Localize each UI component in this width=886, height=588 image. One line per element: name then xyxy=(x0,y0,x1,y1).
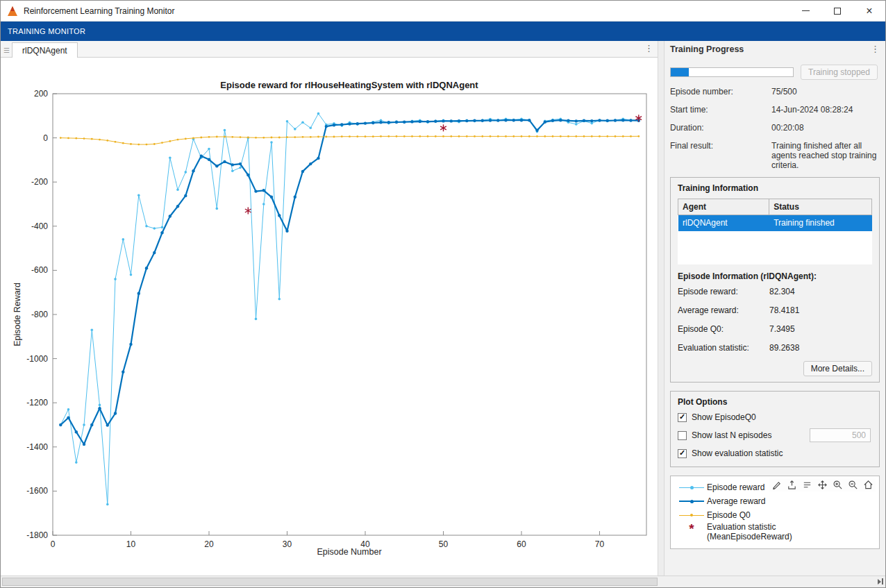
field-value: 14-Jun-2024 08:28:24 xyxy=(771,105,880,115)
checkbox-icon[interactable] xyxy=(678,449,687,458)
legend-entry-episode-q0[interactable]: Episode Q0 xyxy=(676,508,874,522)
svg-text:20: 20 xyxy=(204,539,214,549)
svg-text:-800: -800 xyxy=(31,310,48,319)
episode-info-title: Episode Information (rlDQNAgent): xyxy=(678,271,872,281)
last-n-episodes-input[interactable] xyxy=(810,428,871,442)
close-button[interactable]: × xyxy=(853,1,885,21)
progress-fields: Episode number: 75/500 Start time: 14-Ju… xyxy=(670,87,880,170)
svg-text:-1400: -1400 xyxy=(26,442,48,452)
legend-entry-evaluation-statistic[interactable]: * Evaluation statistic (MeanEpisodeRewar… xyxy=(676,522,874,544)
export-icon[interactable] xyxy=(786,479,798,491)
option-show-last-n[interactable]: Show last N episodes xyxy=(678,430,872,440)
group-title: Plot Options xyxy=(678,397,872,407)
panel-splitter[interactable] xyxy=(658,41,664,576)
episode-info-fields: Episode reward: 82.304 Average reward: 7… xyxy=(678,287,872,353)
field-label: Start time: xyxy=(670,105,771,115)
legend-label: Episode reward xyxy=(707,482,764,492)
table-row[interactable]: rlDQNAgent Training finished xyxy=(678,215,872,231)
brush-icon[interactable] xyxy=(771,479,783,491)
table-header-agent[interactable]: Agent xyxy=(678,199,769,215)
zoom-out-icon[interactable] xyxy=(847,479,859,491)
checkbox-icon[interactable] xyxy=(678,431,687,440)
matlab-logo-icon xyxy=(7,6,18,17)
field-label: Episode Q0: xyxy=(678,324,769,334)
maximize-button[interactable] xyxy=(821,1,853,21)
field-value: 75/500 xyxy=(771,87,880,96)
svg-text:-1000: -1000 xyxy=(26,354,48,364)
svg-text:10: 10 xyxy=(126,539,136,549)
option-label: Show evaluation statistic xyxy=(692,448,783,458)
legend-sublabel: (MeanEpisodeReward) xyxy=(707,532,792,541)
field-label: Final result: xyxy=(670,141,771,170)
field-value: 89.2638 xyxy=(769,343,872,353)
field-value: 7.3495 xyxy=(769,324,872,334)
dock-handle-icon[interactable]: ☰ xyxy=(1,47,12,57)
minimize-icon xyxy=(802,10,810,11)
evaluation-asterisk-icon: * xyxy=(676,522,707,536)
option-label: Show EpisodeQ0 xyxy=(692,412,756,422)
training-progress-panel: Training Progress ⋮ Training stopped Epi… xyxy=(664,41,885,576)
svg-text:30: 30 xyxy=(283,539,292,549)
x-axis-label: Episode Number xyxy=(317,547,381,557)
chart-title: Episode reward for rlHouseHeatingSystem … xyxy=(220,80,478,90)
horizontal-scrollbar[interactable] xyxy=(1,576,885,587)
app-window: Reinforcement Learning Training Monitor … xyxy=(0,0,886,588)
table-header-status[interactable]: Status xyxy=(769,199,872,215)
scroll-right-icon[interactable] xyxy=(878,578,883,585)
option-show-episodeq0[interactable]: Show EpisodeQ0 xyxy=(678,412,872,422)
toolstrip-tab-label[interactable]: TRAINING MONITOR xyxy=(8,27,85,35)
checkbox-icon[interactable] xyxy=(678,413,687,422)
document-menu-icon[interactable]: ⋮ xyxy=(644,43,653,53)
svg-text:50: 50 xyxy=(439,539,449,549)
option-label: Show last N episodes xyxy=(692,430,771,440)
agents-table[interactable]: Agent Status rlDQNAgent Training finishe… xyxy=(678,199,872,264)
maximize-icon xyxy=(834,8,841,15)
cell-agent: rlDQNAgent xyxy=(678,215,769,231)
legend-entry-average-reward[interactable]: Average reward xyxy=(676,494,874,508)
training-progress-bar xyxy=(670,67,794,77)
axes-toolbar xyxy=(769,478,876,492)
svg-text:-400: -400 xyxy=(31,221,48,231)
figure-area: -1800-1600-1400-1200-1000-800-600-400-20… xyxy=(1,58,658,578)
y-axis-label: Episode Reward xyxy=(12,283,22,346)
close-icon: × xyxy=(866,6,872,17)
panel-header: Training Progress ⋮ xyxy=(664,41,885,58)
plot-options-box: Plot Options Show EpisodeQ0 Show last N … xyxy=(670,391,880,467)
training-stopped-button[interactable]: Training stopped xyxy=(801,65,878,80)
title-bar: Reinforcement Learning Training Monitor … xyxy=(1,1,885,22)
field-label: Duration: xyxy=(670,123,771,133)
svg-text:-200: -200 xyxy=(31,177,48,187)
more-details-button[interactable]: More Details... xyxy=(803,361,872,376)
field-value: 00:20:08 xyxy=(771,123,880,133)
progress-bar-fill xyxy=(671,68,689,76)
tab-rldqnagent[interactable]: rlDQNAgent xyxy=(12,42,78,58)
field-label: Episode reward: xyxy=(678,287,769,296)
svg-text:200: 200 xyxy=(34,89,48,99)
window-title: Reinforcement Learning Training Monitor xyxy=(24,6,789,16)
option-show-eval-statistic[interactable]: Show evaluation statistic xyxy=(678,448,872,458)
svg-text:60: 60 xyxy=(517,539,526,549)
panel-title: Training Progress xyxy=(670,44,744,54)
pan-icon[interactable] xyxy=(817,479,828,491)
field-value: Training finished after all agents reach… xyxy=(771,141,880,170)
panel-menu-icon[interactable]: ⋮ xyxy=(871,44,880,54)
table-empty-area xyxy=(678,231,872,264)
scrollbar-thumb[interactable] xyxy=(2,578,658,586)
toolstrip: TRAINING MONITOR xyxy=(1,22,885,41)
field-label: Average reward: xyxy=(678,305,769,315)
svg-text:70: 70 xyxy=(595,539,605,549)
episode-reward-line-icon xyxy=(676,480,707,494)
group-title: Training Information xyxy=(678,183,872,193)
restore-view-icon[interactable] xyxy=(862,479,874,491)
field-label: Evaluation statistic: xyxy=(678,343,769,353)
datatips-icon[interactable] xyxy=(801,479,813,491)
svg-text:-1200: -1200 xyxy=(26,398,48,408)
zoom-in-icon[interactable] xyxy=(832,479,844,491)
svg-text:-1800: -1800 xyxy=(26,530,48,540)
reward-chart[interactable]: -1800-1600-1400-1200-1000-800-600-400-20… xyxy=(1,58,658,576)
document-tabstrip: ☰ rlDQNAgent ⋮ xyxy=(1,41,658,58)
minimize-button[interactable] xyxy=(789,1,821,21)
episode-q0-line-icon xyxy=(676,508,707,522)
svg-text:0: 0 xyxy=(51,539,56,549)
field-label: Episode number: xyxy=(670,87,771,96)
